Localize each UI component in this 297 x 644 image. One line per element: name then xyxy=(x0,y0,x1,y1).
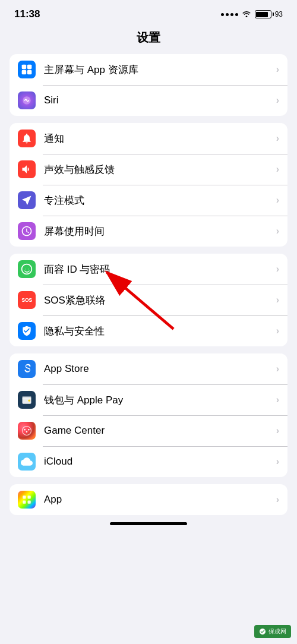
svg-rect-3 xyxy=(27,70,32,75)
appstore-label: App Store xyxy=(44,363,273,375)
appstore-icon xyxy=(18,360,36,378)
faceid-icon xyxy=(18,260,36,278)
setting-item-app[interactable]: App › xyxy=(10,484,287,515)
section-appstore-icloud: App Store › 钱包与 Apple Pay › Game Center … xyxy=(10,353,287,477)
privacy-icon xyxy=(18,322,36,340)
watermark-text: 保成网 xyxy=(268,627,286,636)
app-label: App xyxy=(44,494,273,506)
home-screen-label: 主屏幕与 App 资源库 xyxy=(44,63,273,77)
setting-item-faceid[interactable]: 面容 ID 与密码 › xyxy=(10,254,287,285)
chevron-icon: › xyxy=(276,456,279,467)
notifications-label: 通知 xyxy=(44,132,273,146)
home-indicator xyxy=(110,522,187,525)
wallet-icon xyxy=(18,391,36,409)
focus-label: 专注模式 xyxy=(44,194,273,207)
svg-point-10 xyxy=(23,427,31,435)
section-homescreen-siri: 主屏幕与 App 资源库 › Siri › xyxy=(10,54,287,116)
svg-rect-8 xyxy=(23,396,31,398)
svg-point-12 xyxy=(28,429,30,431)
svg-rect-16 xyxy=(23,501,26,504)
faceid-label: 面容 ID 与密码 xyxy=(44,263,273,276)
setting-item-gamecenter[interactable]: Game Center › xyxy=(10,415,287,446)
section-notifications-screentime: 通知 › 声效与触感反馈 › 专注模式 › 屏幕使用时间 › xyxy=(10,123,287,247)
focus-icon xyxy=(18,191,36,209)
chevron-icon: › xyxy=(276,195,279,206)
siri-label: Siri xyxy=(44,94,273,106)
setting-item-focus[interactable]: 专注模式 › xyxy=(10,185,287,216)
chevron-icon: › xyxy=(276,295,279,305)
svg-rect-15 xyxy=(28,495,31,498)
setting-item-appstore[interactable]: App Store › xyxy=(10,353,287,384)
icloud-icon xyxy=(18,453,36,471)
setting-item-notifications[interactable]: 通知 › xyxy=(10,123,287,154)
setting-item-icloud[interactable]: iCloud › xyxy=(10,446,287,477)
setting-item-wallet[interactable]: 钱包与 Apple Pay › xyxy=(10,384,287,415)
privacy-label: 隐私与安全性 xyxy=(44,324,273,338)
battery-percent: 93 xyxy=(275,10,283,18)
status-time: 11:38 xyxy=(14,8,40,20)
section-app: App › xyxy=(10,484,287,515)
setting-item-sos[interactable]: SOS SOS紧急联络 › xyxy=(10,285,287,315)
screentime-icon xyxy=(18,222,36,240)
wallet-label: 钱包与 Apple Pay xyxy=(44,393,273,407)
app-icon xyxy=(18,491,36,509)
chevron-icon: › xyxy=(276,425,279,436)
svg-rect-14 xyxy=(23,495,26,498)
icloud-label: iCloud xyxy=(44,456,273,468)
svg-rect-2 xyxy=(22,70,27,75)
home-screen-icon xyxy=(18,61,36,78)
svg-point-13 xyxy=(26,431,28,433)
chevron-icon: › xyxy=(276,394,279,405)
section-faceid-privacy: 面容 ID 与密码 › SOS SOS紧急联络 › 隐私与安全性 › xyxy=(10,254,287,346)
sos-label: SOS紧急联络 xyxy=(44,293,273,307)
setting-item-screentime[interactable]: 屏幕使用时间 › xyxy=(10,216,287,247)
svg-rect-1 xyxy=(27,65,32,70)
chevron-icon: › xyxy=(276,326,279,336)
battery-icon: 93 xyxy=(255,10,283,18)
sos-icon: SOS xyxy=(18,291,36,309)
status-icons: 93 xyxy=(221,10,283,19)
signal-icon xyxy=(221,13,238,16)
screentime-label: 屏幕使用时间 xyxy=(44,225,273,238)
setting-item-home-screen[interactable]: 主屏幕与 App 资源库 › xyxy=(10,54,287,85)
status-bar: 11:38 93 xyxy=(0,0,297,25)
page-title: 设置 xyxy=(0,25,297,54)
gamecenter-label: Game Center xyxy=(44,425,273,437)
chevron-icon: › xyxy=(276,164,279,175)
chevron-icon: › xyxy=(276,95,279,106)
chevron-icon: › xyxy=(276,226,279,236)
sounds-label: 声效与触感反馈 xyxy=(44,163,273,176)
sounds-icon xyxy=(18,160,36,178)
notifications-icon xyxy=(18,130,36,147)
svg-rect-0 xyxy=(22,65,27,70)
setting-item-privacy[interactable]: 隐私与安全性 › xyxy=(10,315,287,346)
watermark: 保成网 xyxy=(254,625,291,638)
svg-rect-17 xyxy=(28,501,31,504)
chevron-icon: › xyxy=(276,494,279,505)
setting-item-sounds[interactable]: 声效与触感反馈 › xyxy=(10,154,287,185)
chevron-icon: › xyxy=(276,364,279,374)
chevron-icon: › xyxy=(276,264,279,274)
chevron-icon: › xyxy=(276,133,279,144)
siri-icon xyxy=(18,91,36,109)
wifi-icon xyxy=(242,10,251,19)
svg-point-11 xyxy=(24,429,26,431)
setting-item-siri[interactable]: Siri › xyxy=(10,85,287,116)
chevron-icon: › xyxy=(276,64,279,75)
gamecenter-icon xyxy=(18,422,36,440)
svg-point-9 xyxy=(29,400,30,402)
